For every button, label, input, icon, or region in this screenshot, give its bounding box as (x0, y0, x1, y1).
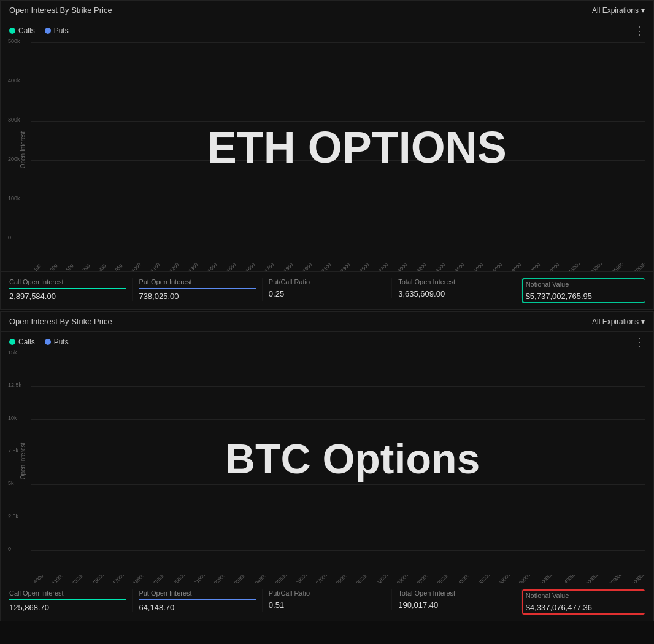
x-axis-label: 100 (33, 263, 42, 271)
x-axis-label: 3000 (396, 263, 408, 271)
x-axis-label: 65000 (498, 575, 511, 583)
eth-legend: Calls Puts ⋮ (1, 20, 653, 36)
btc-put-call-label: Put/Call Ratio (269, 589, 385, 597)
btc-calls-dot-icon (9, 339, 15, 345)
btc-put-oi-value: 64,148.70 (139, 603, 255, 612)
y-tick-label: 0 (8, 546, 11, 552)
x-axis-label: 100000 (539, 575, 554, 583)
x-axis-label: 22500 (214, 575, 227, 583)
eth-notional-value: $5,737,002,765.95 (526, 292, 642, 301)
btc-put-underline (139, 599, 255, 600)
x-axis-label: 5000 (33, 575, 45, 583)
btc-put-call-value: 0.51 (269, 600, 385, 610)
btc-notional-label: Notional Value (526, 592, 642, 599)
eth-calls-label: Calls (18, 26, 35, 35)
eth-expiry-label: All Expirations (592, 6, 639, 15)
x-axis-label: 1250 (169, 263, 180, 271)
x-axis-label: 700 (82, 263, 91, 271)
x-axis-label: 1050 (131, 263, 142, 271)
x-axis-label: 5000 (491, 263, 503, 271)
x-axis-label: 25000 (590, 263, 603, 271)
btc-total-oi-value: 190,017.40 (398, 600, 515, 610)
x-axis-label: 35000 (612, 263, 625, 271)
btc-call-oi-label: Call Open Interest (9, 589, 126, 597)
x-axis-label: 17000 (112, 575, 125, 583)
x-axis-label: 2300 (339, 263, 351, 271)
btc-panel: Open Interest By Strike Price All Expira… (0, 311, 654, 621)
btc-put-oi-stat: Put Open Interest 64,148.70 (133, 589, 262, 612)
x-axis-label: 37000 (417, 575, 430, 583)
btc-legend: Calls Puts ⋮ (1, 332, 653, 347)
x-axis-label: 850 (98, 263, 107, 271)
y-tick-label: 10k (8, 415, 17, 421)
btc-chevron-down-icon: ▾ (641, 317, 645, 326)
eth-expiry-selector[interactable]: All Expirations ▾ (592, 6, 645, 15)
eth-put-call-label: Put/Call Ratio (269, 278, 385, 285)
y-tick-label: 15k (8, 349, 17, 355)
x-axis-label: 27000 (315, 575, 328, 583)
eth-puts-label: Puts (54, 26, 69, 35)
x-axis-label: 3400 (434, 263, 446, 271)
x-axis-label: 25500 (274, 575, 288, 583)
x-axis-label: 2700 (377, 263, 389, 271)
x-axis-label: 4000 (472, 263, 484, 271)
eth-bars-container (31, 42, 645, 239)
btc-call-oi-value: 125,868.70 (9, 603, 126, 612)
chevron-down-icon: ▾ (641, 6, 645, 15)
x-axis-label: 23500 (234, 575, 247, 583)
y-tick-line: 0 (31, 239, 645, 239)
x-axis-label: 3600 (453, 263, 465, 271)
btc-x-axis: 5000110001300015000170001850019500205002… (1, 575, 653, 583)
x-axis-label: 35000 (396, 575, 409, 583)
x-axis-label: 950 (114, 263, 124, 271)
x-axis-label: 3200 (415, 263, 427, 271)
eth-total-oi-label: Total Open Interest (398, 278, 515, 285)
y-tick-label: 12.5k (8, 382, 21, 388)
x-axis-label: 20500 (172, 575, 186, 583)
eth-put-oi-label: Put Open Interest (139, 278, 255, 285)
btc-expiry-label: All Expirations (592, 317, 639, 326)
x-axis-label: 1550 (226, 263, 237, 271)
btc-calls-legend: Calls (9, 338, 35, 346)
x-axis-label: 300 (48, 263, 58, 271)
btc-menu-button[interactable]: ⋮ (634, 336, 645, 347)
x-axis-label: 11000 (51, 575, 64, 583)
eth-notional-label: Notional Value (526, 281, 642, 288)
x-axis-label: 7000 (529, 263, 541, 271)
btc-puts-dot-icon (45, 339, 51, 345)
y-tick-label: 0 (8, 235, 11, 241)
eth-call-oi-value: 2,897,584.00 (9, 292, 126, 301)
x-axis-label: 140000 (561, 575, 577, 583)
btc-puts-legend: Puts (45, 338, 69, 346)
eth-chart-area: Open Interest 500k400k300k200k100k0 ETH … (1, 36, 653, 263)
eth-call-oi-stat: Call Open Interest 2,897,584.00 (9, 278, 133, 301)
eth-y-axis-label: Open Interest (20, 131, 26, 169)
x-axis-label: 30000 (355, 575, 369, 583)
x-axis-label: 15000 (568, 263, 582, 271)
y-tick-label: 2.5k (8, 513, 18, 519)
btc-call-oi-stat: Call Open Interest 125,868.70 (9, 589, 133, 612)
x-axis-label: 19500 (152, 575, 166, 583)
eth-put-oi-stat: Put Open Interest 738,025.00 (133, 278, 262, 301)
eth-call-underline (9, 288, 126, 289)
y-tick-label: 5k (8, 480, 14, 486)
x-axis-label: 6000 (510, 263, 522, 271)
x-axis-label: 29000 (335, 575, 348, 583)
eth-put-oi-value: 738,025.00 (139, 292, 255, 301)
y-tick-label: 400k (8, 77, 20, 83)
eth-put-call-stat: Put/Call Ratio 0.25 (263, 278, 392, 298)
x-axis-label: 1950 (302, 263, 314, 271)
btc-calls-label: Calls (18, 338, 35, 346)
x-axis-label: 55000 (477, 575, 491, 583)
btc-put-oi-label: Put Open Interest (139, 589, 255, 597)
eth-x-axis: 1003005007008509501050115012501350145015… (1, 263, 653, 271)
btc-notional-value: $4,337,076,477.36 (526, 603, 642, 612)
x-axis-label: 2100 (320, 263, 332, 271)
eth-menu-button[interactable]: ⋮ (634, 25, 645, 36)
btc-expiry-selector[interactable]: All Expirations ▾ (592, 317, 645, 326)
x-axis-label: 15000 (91, 575, 105, 583)
x-axis-label: 45000 (457, 575, 471, 583)
puts-dot-icon (45, 28, 51, 34)
x-axis-label: 1350 (188, 263, 199, 271)
calls-dot-icon (9, 28, 15, 34)
